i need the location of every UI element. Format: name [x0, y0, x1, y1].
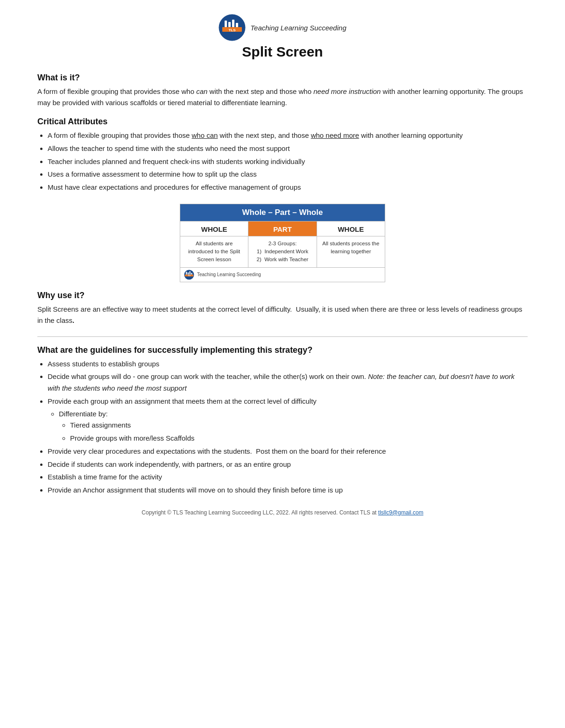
- diagram-footer-text: Teaching Learning Succeeding: [197, 272, 261, 277]
- diagram-col1-header: WHOLE: [180, 221, 248, 236]
- diagram-columns: WHOLE All students are introduced to the…: [180, 221, 385, 267]
- diagram-col-whole1: WHOLE All students are introduced to the…: [180, 221, 248, 267]
- list-item: Decide if students can work independentl…: [48, 459, 528, 471]
- logo-text: Teaching Learning Succeeding: [250, 24, 346, 32]
- list-item: Provide each group with an assignment th…: [48, 396, 528, 444]
- critical-attributes-section: Critical Attributes A form of flexible g…: [37, 117, 528, 193]
- sub-sub-list: Tiered assignments Provide groups with m…: [70, 420, 528, 444]
- guidelines-section: What are the guidelines for successfully…: [37, 345, 528, 496]
- critical-attributes-heading: Critical Attributes: [37, 117, 528, 127]
- diagram-container: Whole – Part – Whole WHOLE All students …: [37, 204, 528, 282]
- list-item: Assess students to establish groups: [48, 358, 528, 370]
- what-is-it-body: A form of flexible grouping that provide…: [37, 86, 528, 108]
- svg-rect-3: [225, 21, 227, 27]
- guidelines-heading: What are the guidelines for successfully…: [37, 345, 528, 355]
- page-title: Split Screen: [242, 44, 323, 60]
- list-item: Must have clear expectations and procedu…: [48, 182, 528, 193]
- diagram-title: Whole – Part – Whole: [180, 204, 385, 221]
- svg-rect-5: [232, 20, 234, 27]
- list-item: Provide groups with more/less Scaffolds: [70, 433, 528, 444]
- list-item: Tiered assignments: [70, 420, 528, 431]
- diagram-col-whole2: WHOLE All students process the learning …: [317, 221, 385, 267]
- list-item: Decide what groups will do - one group c…: [48, 371, 528, 394]
- why-use-it-heading: Why use it?: [37, 291, 528, 300]
- svg-text:TLS: TLS: [188, 274, 191, 276]
- why-use-it-body: Split Screens are an effective way to me…: [37, 304, 528, 326]
- list-item: Establish a time frame for the activity: [48, 471, 528, 483]
- diagram-col3-header: WHOLE: [317, 221, 385, 236]
- svg-text:TLS: TLS: [229, 28, 236, 32]
- tls-logo-icon: TLS: [219, 14, 246, 41]
- list-item: Teacher includes planned and frequent ch…: [48, 156, 528, 168]
- whole-part-whole-diagram: Whole – Part – Whole WHOLE All students …: [180, 204, 385, 282]
- why-use-it-section: Why use it? Split Screens are an effecti…: [37, 291, 528, 326]
- footer-text-pre: Copyright © TLS Teaching Learning Succee…: [141, 509, 378, 516]
- what-is-it-heading: What is it?: [37, 73, 528, 83]
- logo-wrap: TLS Teaching Learning Succeeding: [219, 14, 346, 41]
- list-item: Provide an Anchor assignment that studen…: [48, 485, 528, 496]
- diagram-col-part: PART 2-3 Groups:1) Independent Work2) Wo…: [248, 221, 317, 267]
- list-item: Provide very clear procedures and expect…: [48, 446, 528, 457]
- list-item: Uses a formative assessment to determine…: [48, 169, 528, 180]
- svg-rect-11: [188, 272, 189, 275]
- guidelines-list: Assess students to establish groups Deci…: [48, 358, 528, 496]
- what-is-it-section: What is it? A form of flexible grouping …: [37, 73, 528, 108]
- diagram-col1-body: All students are introduced to the Split…: [180, 236, 248, 267]
- critical-attributes-list: A form of flexible grouping that provide…: [48, 130, 528, 193]
- diagram-col2-header: PART: [248, 221, 316, 236]
- footer-email[interactable]: tlsllc9@gmail.com: [378, 509, 424, 516]
- diagram-col2-body: 2-3 Groups:1) Independent Work2) Work wi…: [254, 236, 311, 267]
- svg-rect-10: [186, 271, 187, 274]
- tls-small-logo-icon: TLS: [184, 270, 194, 280]
- sub-list: Differentiate by: Tiered assignments Pro…: [59, 408, 528, 444]
- section-divider: [37, 336, 528, 337]
- list-item: A form of flexible grouping that provide…: [48, 130, 528, 142]
- svg-rect-6: [236, 23, 238, 27]
- diagram-col3-body: All students process the learning togeth…: [317, 236, 385, 259]
- svg-rect-12: [190, 271, 191, 274]
- diagram-footer: TLS Teaching Learning Succeeding: [180, 267, 385, 282]
- list-item: Allows the teacher to spend time with th…: [48, 143, 528, 155]
- page-header: TLS Teaching Learning Succeeding Split S…: [37, 14, 528, 64]
- list-item: Differentiate by: Tiered assignments Pro…: [59, 408, 528, 444]
- page-footer: Copyright © TLS Teaching Learning Succee…: [37, 509, 528, 516]
- svg-rect-13: [191, 273, 192, 275]
- svg-rect-4: [228, 22, 231, 27]
